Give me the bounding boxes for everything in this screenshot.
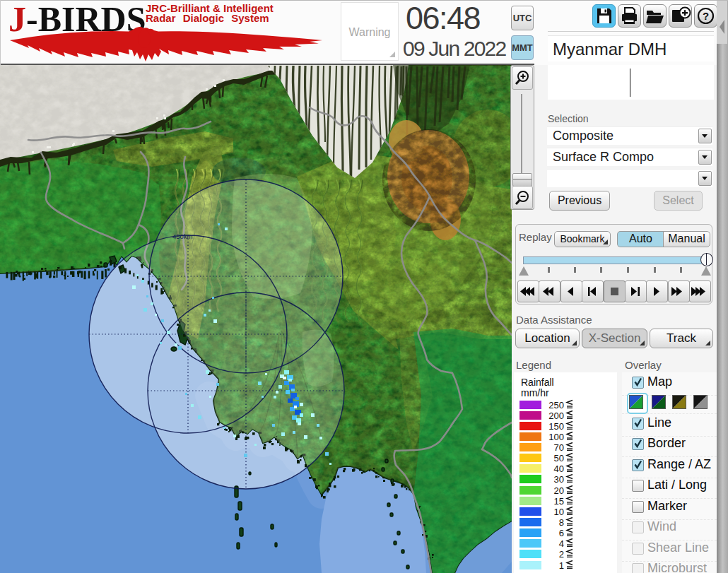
svg-text:450km: 450km <box>172 232 193 240</box>
svg-text:?: ? <box>703 10 709 22</box>
